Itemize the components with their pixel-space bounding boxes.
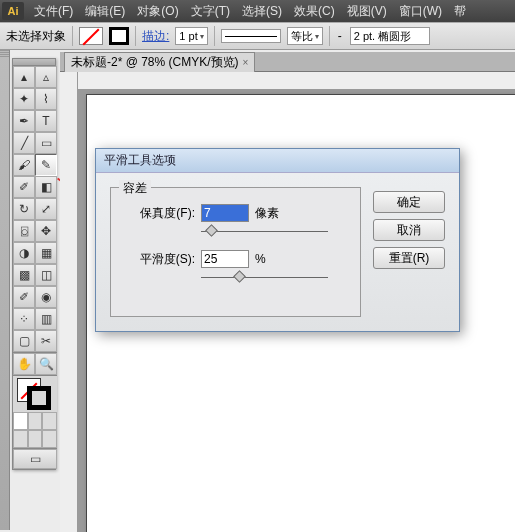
ruler-horizontal[interactable] xyxy=(78,72,515,90)
scale-dropdown[interactable]: 等比▾ xyxy=(287,27,323,45)
tool-pen[interactable]: ✒ xyxy=(13,110,35,132)
tool-selection[interactable]: ▴ xyxy=(13,66,35,88)
separator xyxy=(135,26,136,46)
tool-artboard[interactable]: ▢ xyxy=(13,330,35,352)
document-tab[interactable]: 未标题-2* @ 78% (CMYK/预览) × xyxy=(64,52,255,72)
smoothness-input[interactable] xyxy=(201,250,249,268)
tool-blob[interactable]: ✐ xyxy=(13,176,35,198)
menu-window[interactable]: 窗口(W) xyxy=(393,3,448,20)
stroke-label[interactable]: 描边: xyxy=(142,28,169,45)
close-icon[interactable]: × xyxy=(243,57,249,68)
fidelity-unit: 像素 xyxy=(255,205,287,222)
menu-effect[interactable]: 效果(C) xyxy=(288,3,341,20)
tool-pencil[interactable]: ✎ xyxy=(35,154,57,176)
tool-width[interactable]: ⌼ xyxy=(13,220,35,242)
smoothness-slider[interactable] xyxy=(201,274,348,282)
menu-view[interactable]: 视图(V) xyxy=(341,3,393,20)
tool-rectangle[interactable]: ▭ xyxy=(35,132,57,154)
tool-hand[interactable]: ✋ xyxy=(13,353,35,375)
tool-graph[interactable]: ▥ xyxy=(35,308,57,330)
tool-symbol-spray[interactable]: ⁘ xyxy=(13,308,35,330)
tool-direct-select[interactable]: ▵ xyxy=(35,66,57,88)
menu-file[interactable]: 文件(F) xyxy=(28,3,79,20)
fidelity-label: 保真度(F): xyxy=(123,205,195,222)
stroke-icon[interactable] xyxy=(27,386,51,410)
fidelity-input[interactable] xyxy=(201,204,249,222)
screen-mode[interactable]: ▭ xyxy=(13,449,57,469)
dialog-title: 平滑工具选项 xyxy=(104,152,176,169)
menubar: Ai 文件(F) 编辑(E) 对象(O) 文字(T) 选择(S) 效果(C) 视… xyxy=(0,0,515,22)
document-tab-title: 未标题-2* @ 78% (CMYK/预览) xyxy=(71,54,239,71)
dash: - xyxy=(336,29,344,43)
tool-line[interactable]: ╱ xyxy=(13,132,35,154)
tool-gradient[interactable]: ◫ xyxy=(35,264,57,286)
brush-preview[interactable] xyxy=(221,29,281,43)
reset-button[interactable]: 重置(R) xyxy=(373,247,445,269)
dialog-titlebar[interactable]: 平滑工具选项 xyxy=(96,149,459,173)
slider-thumb-icon[interactable] xyxy=(233,270,246,283)
fill-swatch[interactable] xyxy=(79,27,103,45)
tool-eyedropper[interactable]: ✐ xyxy=(13,286,35,308)
dock-strip xyxy=(0,50,10,530)
menu-help[interactable]: 帮 xyxy=(448,3,472,20)
color-mode-none[interactable] xyxy=(42,412,57,430)
draw-inside[interactable] xyxy=(42,430,57,448)
tool-mesh[interactable]: ▩ xyxy=(13,264,35,286)
cancel-button[interactable]: 取消 xyxy=(373,219,445,241)
ruler-vertical[interactable] xyxy=(60,72,78,532)
tool-free-transform[interactable]: ✥ xyxy=(35,220,57,242)
stroke-swatch[interactable] xyxy=(109,27,129,45)
separator xyxy=(72,26,73,46)
menu-type[interactable]: 文字(T) xyxy=(185,3,236,20)
smoothness-unit: % xyxy=(255,252,287,266)
separator xyxy=(214,26,215,46)
color-mode-fill[interactable] xyxy=(13,412,28,430)
tool-shape-builder[interactable]: ◑ xyxy=(13,242,35,264)
tool-lasso[interactable]: ⌇ xyxy=(35,88,57,110)
tool-brush[interactable]: 🖌 xyxy=(13,154,35,176)
menu-edit[interactable]: 编辑(E) xyxy=(79,3,131,20)
tool-wand[interactable]: ✦ xyxy=(13,88,35,110)
ok-button[interactable]: 确定 xyxy=(373,191,445,213)
app-logo: Ai xyxy=(2,2,24,20)
tool-zoom[interactable]: 🔍 xyxy=(35,353,57,375)
tool-rotate[interactable]: ↻ xyxy=(13,198,35,220)
tool-blend[interactable]: ◉ xyxy=(35,286,57,308)
smooth-tool-options-dialog: 平滑工具选项 容差 保真度(F): 像素 平滑度(S): % 确定 取消 xyxy=(95,148,460,332)
selection-label: 未选择对象 xyxy=(6,28,66,45)
menu-select[interactable]: 选择(S) xyxy=(236,3,288,20)
tolerance-group: 容差 保真度(F): 像素 平滑度(S): % xyxy=(110,187,361,317)
tolerance-legend: 容差 xyxy=(119,180,151,197)
draw-normal[interactable] xyxy=(13,430,28,448)
draw-behind[interactable] xyxy=(28,430,43,448)
tool-type[interactable]: T xyxy=(35,110,57,132)
document-tabs: 未标题-2* @ 78% (CMYK/预览) × xyxy=(60,52,515,72)
smoothness-label: 平滑度(S): xyxy=(123,251,195,268)
stroke-weight-dropdown[interactable]: 1 pt▾ xyxy=(175,27,207,45)
fidelity-slider[interactable] xyxy=(201,228,348,236)
tool-slice[interactable]: ✂ xyxy=(35,330,57,352)
tool-perspective[interactable]: ▦ xyxy=(35,242,57,264)
options-bar: 未选择对象 描边: 1 pt▾ 等比▾ - 2 pt. 椭圆形 xyxy=(0,22,515,50)
toolbox-grip[interactable] xyxy=(13,59,55,66)
tool-scale[interactable]: ⤢ xyxy=(35,198,57,220)
fill-stroke-swatch[interactable] xyxy=(13,376,57,412)
separator xyxy=(329,26,330,46)
toolbox: ▴ ▵ ✦ ⌇ ✒ T ╱ ▭ 🖌 ✎ ✐ ◧ ↻ ⤢ ⌼ ✥ ◑ ▦ ▩ ◫ … xyxy=(12,58,56,470)
shape-dropdown[interactable]: 2 pt. 椭圆形 xyxy=(350,27,430,45)
color-mode-gradient[interactable] xyxy=(28,412,43,430)
menu-object[interactable]: 对象(O) xyxy=(131,3,184,20)
